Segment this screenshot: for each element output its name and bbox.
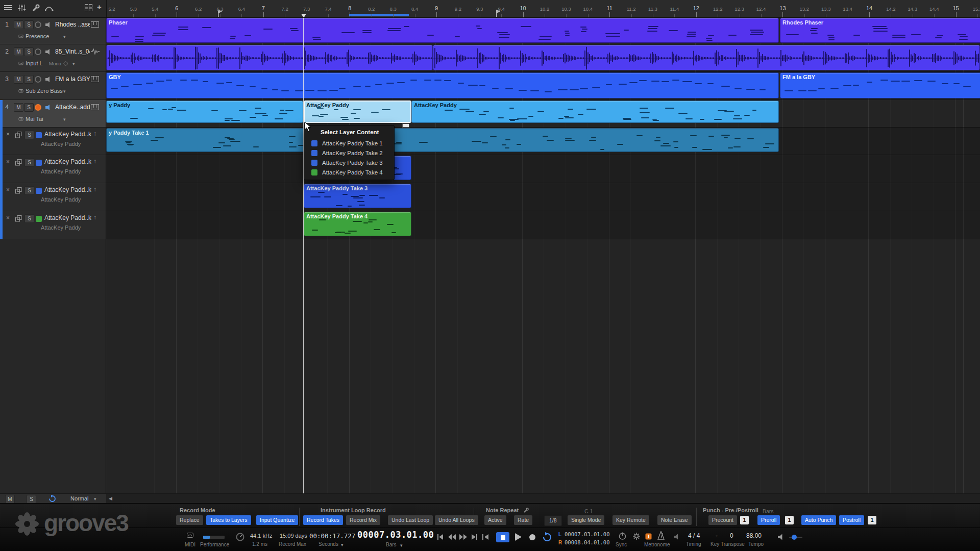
take-lane-header-1[interactable]: ×SAttacKey Padd..ke 1↑AttacKey Paddy xyxy=(0,128,106,155)
duplicate-take-icon[interactable] xyxy=(15,215,22,222)
stop-button[interactable] xyxy=(496,532,509,542)
monitor-icon[interactable] xyxy=(45,48,52,55)
playhead-marker[interactable] xyxy=(301,13,307,17)
playhead[interactable] xyxy=(303,17,304,493)
next-bar-button[interactable] xyxy=(471,534,478,540)
lane-name[interactable]: AttacKey Padd..ke 4 xyxy=(44,214,91,221)
loop-button[interactable] xyxy=(542,532,552,542)
note-repeat-settings-icon[interactable] xyxy=(523,508,529,513)
lane-color-swatch[interactable] xyxy=(36,160,42,166)
fast-forward-button[interactable] xyxy=(459,534,467,540)
loop-right-value[interactable]: 00008.04.01.00 xyxy=(565,539,610,545)
horizontal-scrollbar[interactable]: ◀ xyxy=(106,493,980,504)
chevron-down-icon[interactable]: ▾ xyxy=(341,542,344,547)
record-button[interactable] xyxy=(529,534,536,541)
promote-take-icon[interactable]: ↑ xyxy=(93,130,96,137)
close-lane-icon[interactable]: × xyxy=(6,186,10,193)
lane-color-swatch[interactable] xyxy=(36,188,42,194)
solo-button[interactable]: S xyxy=(24,103,34,112)
lane-color-swatch[interactable] xyxy=(36,132,42,138)
tempo-value[interactable]: 88.00 xyxy=(746,532,762,539)
mute-button[interactable]: M xyxy=(14,75,23,84)
single-mode-button[interactable]: Single Mode xyxy=(568,515,604,525)
clip-gby[interactable]: GBY xyxy=(106,72,779,98)
mute-button[interactable]: M xyxy=(14,103,23,112)
lane-solo-button[interactable]: S xyxy=(24,186,34,195)
loop-left-value[interactable]: 00007.03.01.00 xyxy=(565,531,610,537)
take-lane-header-3[interactable]: ×SAttacKey Padd..ke 3↑AttacKey Paddy xyxy=(0,183,106,211)
loop-follow-icon[interactable] xyxy=(48,495,56,503)
clip-y-paddy-take-1[interactable]: y Paddy Take 1 xyxy=(106,128,779,152)
chevron-down-icon[interactable]: ▾ xyxy=(400,543,403,548)
tools-icon[interactable] xyxy=(32,4,40,13)
record-arm-button[interactable] xyxy=(35,48,41,55)
chevron-down-icon[interactable]: ▾ xyxy=(63,117,66,122)
track-name[interactable]: FM a la GBY xyxy=(55,76,90,83)
preroll-button[interactable]: Preroll xyxy=(757,515,780,525)
grid-view-icon[interactable] xyxy=(85,4,92,13)
lane-solo-button[interactable]: S xyxy=(24,214,34,223)
mute-button[interactable]: M xyxy=(14,20,23,29)
clip-y-paddy[interactable]: y Paddy xyxy=(106,101,303,123)
chevron-down-icon[interactable]: ▾ xyxy=(63,89,66,94)
clip-audio-2[interactable] xyxy=(106,45,433,70)
menu-item-take-4[interactable]: AttacKey Paddy Take 4 xyxy=(304,167,394,177)
preroll-value[interactable]: 1 xyxy=(785,516,794,524)
clip-attackey-paddy[interactable]: AttacKey Paddy xyxy=(411,101,779,123)
clip-attackey-paddy[interactable]: AttacKey Paddy xyxy=(304,101,411,123)
take-lane-row[interactable] xyxy=(106,155,980,183)
clip-attackey-paddy-take-3[interactable]: AttacKey Paddy Take 3 xyxy=(304,184,411,208)
record-takes-button[interactable]: Record Takes xyxy=(303,515,343,525)
input-quantize-button[interactable]: Input Quantize xyxy=(256,515,298,525)
record-arm-button[interactable] xyxy=(35,76,41,83)
postroll-value[interactable]: 1 xyxy=(868,516,876,524)
note-erase-button[interactable]: Note Erase xyxy=(657,515,692,525)
device-selector[interactable]: Sub Zero Bass xyxy=(26,88,63,94)
take-lane-row[interactable] xyxy=(106,183,980,211)
postroll-button[interactable]: Postroll xyxy=(839,515,864,525)
menu-icon[interactable] xyxy=(4,4,12,13)
monitor-icon[interactable] xyxy=(45,76,52,83)
key-value[interactable]: - xyxy=(716,532,718,539)
click-volume-icon[interactable] xyxy=(674,534,680,540)
track-header-4[interactable]: 4MSAttacKe..addyMai Tai▾ xyxy=(0,100,106,128)
previous-bar-button[interactable] xyxy=(437,534,444,540)
add-track-icon[interactable]: + xyxy=(97,3,102,11)
track-header-3[interactable]: 3MSFM a la GBYSub Zero Bass▾ xyxy=(0,72,106,100)
menu-item-take-1[interactable]: AttacKey Paddy Take 1 xyxy=(304,138,394,148)
volume-slider-knob[interactable] xyxy=(792,535,797,540)
device-selector[interactable]: Input L xyxy=(26,60,43,66)
automation-mode-selector[interactable]: Normal xyxy=(70,495,88,502)
take-lane-header-4[interactable]: ×SAttacKey Padd..ke 4↑AttacKey Paddy xyxy=(0,211,106,239)
duplicate-take-icon[interactable] xyxy=(15,159,22,166)
precount-button[interactable]: Precount xyxy=(708,515,737,525)
global-solo-button[interactable]: S xyxy=(27,495,36,504)
lane-name[interactable]: AttacKey Padd..ke 2 xyxy=(44,158,91,165)
loop-range-bar[interactable] xyxy=(349,14,409,16)
track-header-1[interactable]: 1MSRhodes ..aserPresence▾ xyxy=(0,17,106,44)
track-name[interactable]: 85_Vint..s_04 xyxy=(55,48,90,55)
solo-button[interactable]: S xyxy=(24,20,34,29)
duplicate-take-icon[interactable] xyxy=(15,132,22,138)
monitor-icon[interactable] xyxy=(45,104,52,111)
take-lane-row[interactable] xyxy=(106,211,980,239)
mixer-icon[interactable] xyxy=(18,4,26,13)
solo-button[interactable]: S xyxy=(24,47,34,56)
undo-all-loops-button[interactable]: Undo All Loops xyxy=(435,515,478,525)
rewind-button[interactable] xyxy=(448,534,456,540)
lane-solo-button[interactable]: S xyxy=(24,131,34,139)
track-name[interactable]: Rhodes ..aser xyxy=(55,21,90,28)
clip-rhodes-phaser[interactable]: Rhodes Phaser xyxy=(780,18,980,43)
take-lane-header-2[interactable]: ×SAttacKey Padd..ke 2↑AttacKey Paddy xyxy=(0,155,106,183)
takes-to-layers-button[interactable]: Takes to Layers xyxy=(206,515,251,525)
menu-item-take-3[interactable]: AttacKey Paddy Take 3 xyxy=(304,158,394,167)
monitor-icon[interactable] xyxy=(45,21,52,28)
note-repeat-rate-value[interactable]: 1/8 xyxy=(544,515,562,526)
precount-value[interactable]: 1 xyxy=(740,516,749,524)
master-volume-icon[interactable] xyxy=(778,534,785,540)
chevron-down-icon[interactable]: ▾ xyxy=(63,34,66,39)
close-lane-icon[interactable]: × xyxy=(6,214,10,221)
chevron-down-icon[interactable]: ▾ xyxy=(72,61,75,66)
mute-button[interactable]: M xyxy=(14,47,23,56)
automation-curve-icon[interactable] xyxy=(45,4,54,13)
